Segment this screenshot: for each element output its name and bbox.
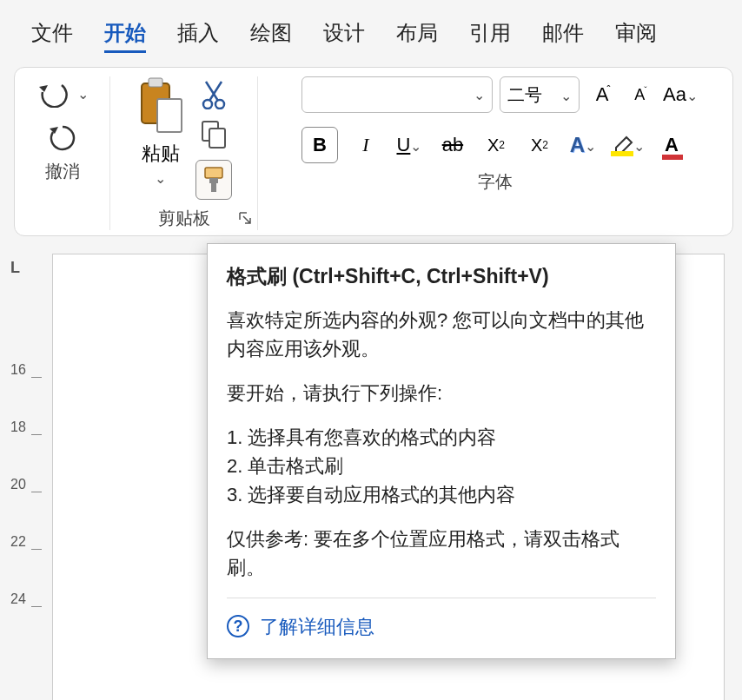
ribbon: 撤消 粘贴 <box>14 67 733 236</box>
group-font: 二号 Aˆ Aˇ Aa B I U ab X2 X2 A <box>258 76 732 230</box>
group-label-clipboard: 剪贴板 <box>158 207 210 230</box>
bold-button[interactable]: B <box>301 127 338 163</box>
ribbon-tabs: 文件 开始 插入 绘图 设计 布局 引用 邮件 审阅 <box>0 0 742 62</box>
help-icon: ? <box>227 615 249 637</box>
cut-icon[interactable] <box>201 80 227 109</box>
tooltip-title: 格式刷 (Ctrl+Shift+C, Ctrl+Shift+V) <box>227 261 656 292</box>
tooltip-description: 喜欢特定所选内容的外观? 您可以向文档中的其他内容应用该外观。 <box>227 306 656 363</box>
paste-icon[interactable] <box>136 76 185 137</box>
font-color-icon: A <box>665 134 680 156</box>
strikethrough-button[interactable]: ab <box>437 127 468 163</box>
svg-rect-8 <box>209 178 218 183</box>
tab-file[interactable]: 文件 <box>31 19 73 53</box>
highlight-button[interactable] <box>611 127 645 163</box>
paste-dropdown-icon[interactable] <box>155 170 166 187</box>
undo-icon[interactable] <box>36 80 72 108</box>
tooltip-step: 2. 单击格式刷 <box>227 452 656 480</box>
learn-more-link[interactable]: ? 了解详细信息 <box>227 612 656 641</box>
italic-button[interactable]: I <box>350 127 381 163</box>
font-color-button[interactable]: A <box>657 127 688 163</box>
vertical-ruler: L 16 18 20 22 24 <box>0 254 52 700</box>
chevron-down-icon <box>560 85 572 105</box>
repeat-icon[interactable] <box>48 123 77 153</box>
tooltip-step: 3. 选择要自动应用格式的其他内容 <box>227 480 656 509</box>
svg-rect-6 <box>209 129 225 148</box>
chevron-down-icon <box>686 83 698 106</box>
svg-rect-9 <box>211 183 216 192</box>
format-painter-tooltip: 格式刷 (Ctrl+Shift+C, Ctrl+Shift+V) 喜欢特定所选内… <box>207 243 676 659</box>
ruler-corner: L <box>10 254 52 294</box>
tab-mailings[interactable]: 邮件 <box>542 19 584 53</box>
grow-font-button[interactable]: Aˆ <box>586 76 618 113</box>
paste-label[interactable]: 粘贴 <box>142 141 180 167</box>
group-clipboard: 粘贴 剪贴板 <box>110 76 258 230</box>
font-size-value: 二号 <box>507 83 542 107</box>
svg-rect-2 <box>157 99 182 132</box>
tooltip-step: 1. 选择具有您喜欢的格式的内容 <box>227 423 656 452</box>
superscript-button[interactable]: X2 <box>524 127 555 163</box>
chevron-down-icon <box>585 134 596 156</box>
tooltip-steps-intro: 要开始，请执行下列操作: <box>227 379 656 407</box>
svg-rect-7 <box>205 168 222 178</box>
font-size-select[interactable]: 二号 <box>500 76 580 113</box>
subscript-button[interactable]: X2 <box>480 127 512 163</box>
copy-icon[interactable] <box>201 120 227 149</box>
group-label-font: 字体 <box>478 170 513 194</box>
learn-more-label: 了解详细信息 <box>260 612 374 641</box>
group-undo: 撤消 <box>15 76 110 230</box>
tab-references[interactable]: 引用 <box>469 19 511 53</box>
format-painter-button[interactable] <box>195 160 232 200</box>
chevron-down-icon <box>633 134 645 156</box>
undo-dropdown-icon[interactable] <box>77 86 89 102</box>
text-effects-button[interactable]: A <box>567 127 599 163</box>
tab-review[interactable]: 审阅 <box>615 19 657 53</box>
change-case-button[interactable]: Aa <box>663 76 698 113</box>
chevron-down-icon <box>474 87 485 103</box>
shrink-font-button[interactable]: Aˇ <box>625 76 656 113</box>
underline-button[interactable]: U <box>394 127 425 163</box>
clipboard-launcher-icon[interactable] <box>238 211 252 225</box>
highlight-icon <box>611 135 633 155</box>
font-family-select[interactable] <box>301 76 493 113</box>
tab-draw[interactable]: 绘图 <box>250 19 292 53</box>
tab-home[interactable]: 开始 <box>104 19 146 53</box>
svg-point-3 <box>203 100 212 109</box>
chevron-down-icon <box>410 134 421 156</box>
group-label-undo: 撤消 <box>45 160 80 183</box>
svg-point-4 <box>215 100 224 109</box>
svg-rect-1 <box>149 78 162 87</box>
tab-layout[interactable]: 布局 <box>396 19 438 53</box>
tooltip-note: 仅供参考: 要在多个位置应用格式，请双击格式刷。 <box>227 525 656 582</box>
tab-insert[interactable]: 插入 <box>177 19 219 53</box>
tab-design[interactable]: 设计 <box>323 19 365 53</box>
